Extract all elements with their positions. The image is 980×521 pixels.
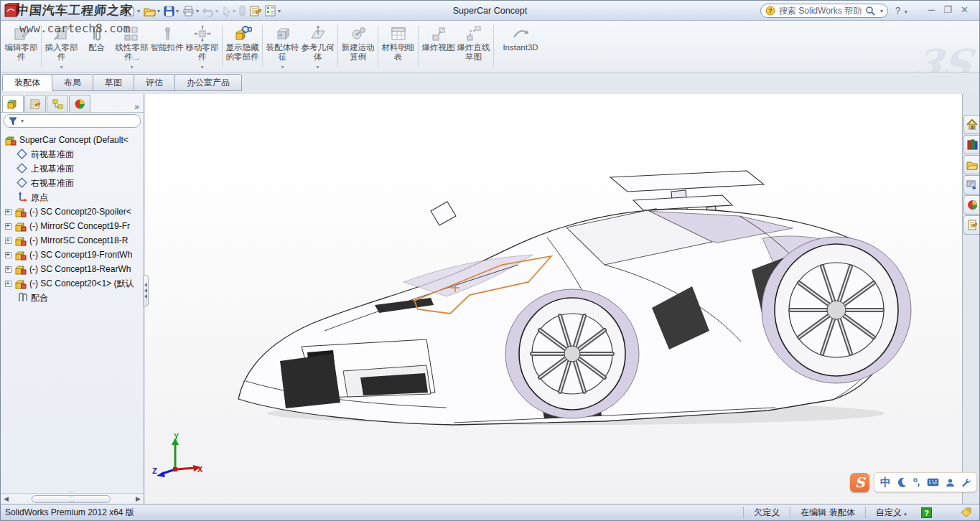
bom-table-icon <box>390 25 407 42</box>
configuration-manager-icon <box>52 98 64 110</box>
tree-row-component-rearwheel[interactable]: (-) SC Concept18-RearWh <box>1 262 144 276</box>
tree-row-component-mirror19[interactable]: (-) MirrorSC Concept19-Fr <box>1 219 144 233</box>
ime-soft-keyboard-icon[interactable] <box>927 478 939 487</box>
tag-icon[interactable] <box>961 507 972 517</box>
panel-horizontal-scrollbar[interactable]: ◀ ▶ <box>1 493 144 504</box>
minimize-button[interactable]: ─ <box>928 4 935 15</box>
tree-row-component-frontwheel[interactable]: (-) SC Concept19-FrontWh <box>1 248 144 262</box>
scroll-left-arrow[interactable]: ◀ <box>1 495 11 502</box>
tab-layout[interactable]: 布局 <box>52 74 93 91</box>
appearances-tab[interactable] <box>69 95 90 112</box>
tab-office-products[interactable]: 办公室产品 <box>174 74 242 91</box>
product-version-text: SolidWorks Premium 2012 x64 版 <box>1 507 134 519</box>
tab-evaluate[interactable]: 评估 <box>134 74 175 91</box>
appearances-scenes-tab[interactable] <box>963 195 980 215</box>
expand-toggle[interactable] <box>5 223 11 230</box>
solidworks-resources-tab[interactable] <box>963 115 980 134</box>
view-palette-tab[interactable] <box>963 175 980 194</box>
component-icon <box>15 235 27 246</box>
close-button[interactable]: ✕ <box>961 4 969 15</box>
explode-line-sketch-button[interactable]: 爆炸直线草图 <box>456 22 491 70</box>
show-hidden-components-button[interactable]: 显示隐藏的零部件 <box>225 22 260 70</box>
custom-status-menu[interactable]: 自定义 ▴ <box>865 507 917 518</box>
scroll-right-arrow[interactable]: ▶ <box>133 495 144 502</box>
instant3d-button[interactable]: Instant3D <box>496 22 545 70</box>
custom-properties-icon <box>967 220 977 230</box>
tab-sketch[interactable]: 草图 <box>93 74 134 91</box>
feature-tree-icon <box>6 98 19 110</box>
tree-row-top-plane[interactable]: 上视基准面 <box>1 161 144 176</box>
component-icon <box>15 249 27 260</box>
expand-toggle[interactable] <box>5 252 11 258</box>
plane-icon <box>17 177 28 189</box>
ime-user-icon[interactable] <box>946 478 955 487</box>
side-mirror[interactable] <box>431 202 456 225</box>
feature-manager-panel: » ▾ SuperCar Concept (Default< 前视基准面 上视基… <box>1 94 144 504</box>
component-icon <box>15 206 27 217</box>
new-motion-study-button[interactable]: 新建运动算例 <box>340 22 375 70</box>
search-dropdown-caret[interactable]: ▾ <box>880 8 883 14</box>
exploded-view-button[interactable]: 爆炸视图 <box>421 22 456 70</box>
model-supercar[interactable] <box>145 94 963 504</box>
rear-wheel[interactable] <box>762 237 911 383</box>
component-icon <box>15 263 27 275</box>
tree-row-root[interactable]: SuperCar Concept (Default< <box>1 133 144 147</box>
sogou-logo-icon[interactable]: S <box>850 473 869 492</box>
far-front-wheel <box>280 354 340 408</box>
file-explorer-tab[interactable] <box>963 155 980 174</box>
panel-splitter-handle[interactable] <box>143 275 149 306</box>
move-component-button[interactable]: 移动零部件▾ <box>185 22 220 70</box>
configuration-manager-tab[interactable] <box>47 95 68 112</box>
tree-row-component-spoiler[interactable]: (-) SC Concept20-Spoiler< <box>1 205 144 219</box>
tree-row-origin[interactable]: 原点 <box>1 190 144 205</box>
tree-row-component-mirror18[interactable]: (-) MirrorSC Concept18-R <box>1 233 144 248</box>
scroll-thumb[interactable] <box>32 495 111 503</box>
filter-funnel-icon <box>9 117 17 126</box>
ribbon-separator <box>493 25 494 67</box>
tree-row-right-plane[interactable]: 右视基准面 <box>1 176 144 190</box>
tree-filter-row: ▾ <box>1 113 144 130</box>
reference-geometry-button[interactable]: 参考几何体▾ <box>300 22 335 70</box>
filter-dropdown-caret[interactable]: ▾ <box>21 118 24 124</box>
component-icon <box>15 278 27 289</box>
search-icon[interactable] <box>865 6 875 16</box>
dropdown-caret[interactable]: ▾ <box>60 64 62 70</box>
ime-mode-chinese[interactable]: 中 <box>880 476 891 489</box>
quick-tips-icon[interactable]: ? <box>921 507 932 518</box>
expand-toggle[interactable] <box>5 281 11 287</box>
dropdown-caret[interactable]: ▾ <box>316 64 319 70</box>
dropdown-caret[interactable]: ▾ <box>130 64 133 70</box>
plane-icon <box>17 149 28 160</box>
smart-fasteners-button[interactable]: 智能扣件 <box>149 22 185 70</box>
expand-toggle[interactable] <box>5 209 11 215</box>
tab-assembly[interactable]: 装配体 <box>2 74 52 91</box>
mates-paperclip-icon <box>17 292 28 304</box>
more-tabs-chevron[interactable]: » <box>134 102 139 112</box>
tree-row-mates[interactable]: 配合 <box>1 291 144 305</box>
tree-row-front-plane[interactable]: 前视基准面 <box>1 147 144 161</box>
tree-filter-input[interactable]: ▾ <box>4 114 141 128</box>
ime-punctuation-icon[interactable] <box>913 477 920 487</box>
front-wheel[interactable] <box>505 289 639 418</box>
ime-settings-wrench-icon[interactable] <box>961 478 971 487</box>
help-menu-button[interactable]: ? ▾ <box>895 5 907 16</box>
restore-button[interactable]: ❐ <box>943 4 952 15</box>
property-manager-tab[interactable] <box>24 95 46 112</box>
ribbon-separator <box>337 25 338 67</box>
tree-row-component-body[interactable]: (-) SC Concept20<1> (默认 <box>1 276 144 291</box>
custom-properties-tab[interactable] <box>963 215 980 235</box>
exploded-view-icon <box>430 25 447 42</box>
feature-tree-tab[interactable] <box>2 95 24 112</box>
dropdown-caret[interactable]: ▾ <box>281 64 284 70</box>
search-help-input[interactable]: ? 搜索 SolidWorks 帮助 ▾ <box>760 4 888 18</box>
ime-fullhalf-moon-icon[interactable] <box>897 477 907 487</box>
dropdown-caret[interactable]: ▾ <box>200 64 203 70</box>
design-library-tab[interactable] <box>963 135 980 154</box>
bill-of-materials-button[interactable]: 材料明细表 <box>381 22 416 70</box>
graphics-viewport[interactable]: Y X Z <box>145 94 963 504</box>
component-icon <box>15 220 27 232</box>
expand-toggle[interactable] <box>5 266 11 273</box>
expand-toggle[interactable] <box>5 238 11 244</box>
assembly-features-button[interactable]: 装配体特征▾ <box>265 22 300 70</box>
task-pane-strip <box>962 94 979 504</box>
